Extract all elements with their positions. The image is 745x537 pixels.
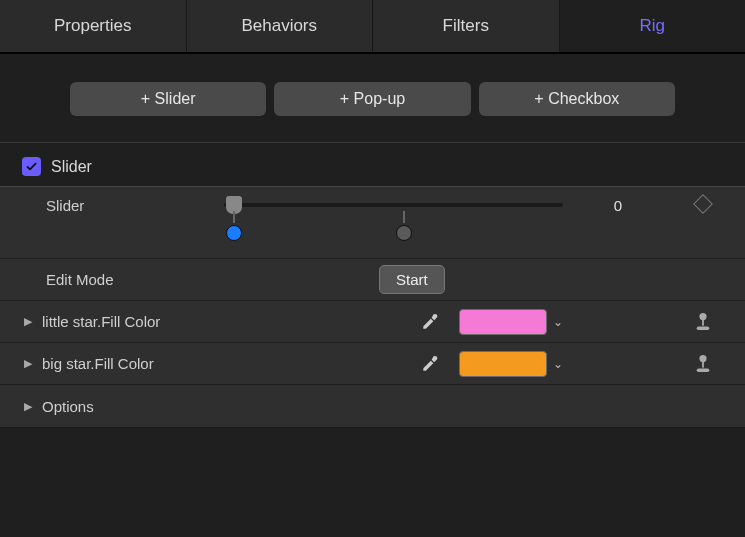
slider-section-header: Slider [0, 143, 745, 186]
joystick-icon[interactable] [692, 353, 714, 375]
edit-mode-start-button[interactable]: Start [379, 265, 445, 294]
edit-mode-label: Edit Mode [24, 271, 224, 288]
slider-control[interactable] [224, 189, 563, 247]
add-checkbox-button[interactable]: + Checkbox [479, 82, 675, 116]
keyframe-marker-1[interactable] [226, 225, 242, 241]
slider-panel: Slider 0 Edit Mode Start [0, 186, 745, 428]
svg-rect-1 [702, 319, 704, 325]
keyframe-diamond-icon[interactable] [693, 194, 713, 214]
big-star-color-swatch[interactable] [459, 351, 547, 377]
slider-value-row: Slider 0 [0, 187, 745, 259]
slider-section-title: Slider [51, 158, 92, 176]
slider-value[interactable]: 0 [563, 189, 673, 214]
color-row-big-star: ▶ big star.Fill Color ⌄ [0, 343, 745, 385]
disclosure-triangle-icon[interactable]: ▶ [24, 357, 36, 370]
add-popup-button[interactable]: + Pop-up [274, 82, 470, 116]
joystick-icon[interactable] [692, 311, 714, 333]
eyedropper-icon[interactable] [419, 311, 441, 333]
options-label[interactable]: ▶ Options [24, 398, 224, 415]
svg-point-0 [699, 313, 706, 320]
tab-bar: Properties Behaviors Filters Rig [0, 0, 745, 54]
slider-enable-checkbox[interactable] [22, 157, 41, 176]
options-row: ▶ Options [0, 385, 745, 427]
check-icon [25, 160, 38, 173]
tab-rig[interactable]: Rig [560, 0, 746, 52]
disclosure-triangle-icon[interactable]: ▶ [24, 400, 36, 413]
little-star-fill-label: ▶ little star.Fill Color [24, 313, 224, 330]
svg-rect-4 [702, 361, 704, 367]
svg-rect-5 [697, 368, 710, 372]
tab-behaviors[interactable]: Behaviors [187, 0, 374, 52]
eyedropper-icon[interactable] [419, 353, 441, 375]
chevron-down-icon[interactable]: ⌄ [553, 357, 563, 371]
add-slider-button[interactable]: + Slider [70, 82, 266, 116]
disclosure-triangle-icon[interactable]: ▶ [24, 315, 36, 328]
tab-properties[interactable]: Properties [0, 0, 187, 52]
big-star-fill-label: ▶ big star.Fill Color [24, 355, 224, 372]
tab-filters[interactable]: Filters [373, 0, 560, 52]
slider-label: Slider [24, 189, 224, 214]
chevron-down-icon[interactable]: ⌄ [553, 315, 563, 329]
svg-rect-2 [697, 326, 710, 330]
add-control-row: + Slider + Pop-up + Checkbox [0, 54, 745, 138]
edit-mode-row: Edit Mode Start [0, 259, 745, 301]
svg-point-3 [699, 355, 706, 362]
keyframe-marker-2[interactable] [396, 225, 412, 241]
color-row-little-star: ▶ little star.Fill Color ⌄ [0, 301, 745, 343]
little-star-color-swatch[interactable] [459, 309, 547, 335]
